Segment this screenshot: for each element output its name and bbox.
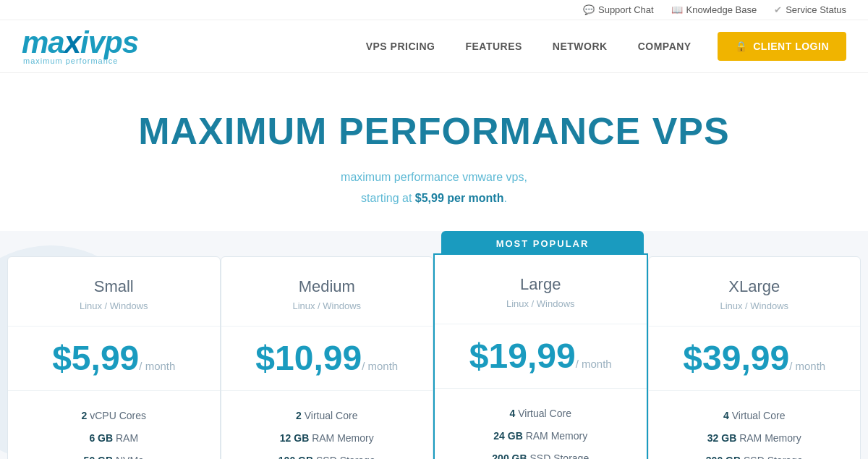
card-price: $39,99 xyxy=(683,339,789,377)
client-login-button[interactable]: 🔒 CLIENT LOGIN xyxy=(718,32,846,61)
most-popular-banner-wrapper: MOST POPULAR xyxy=(7,231,861,256)
hero-subtitle: maximum performance vmware vps, starting… xyxy=(14,167,854,209)
spec-row: 300 GB SSD Storage xyxy=(663,453,846,459)
support-chat-label: Support Chat xyxy=(598,4,654,15)
card-name: Small xyxy=(22,277,205,296)
card-header: Large Linux / Windows xyxy=(435,255,647,324)
pricing-card-large[interactable]: Large Linux / Windows $19,99/ month 4 Vi… xyxy=(433,253,648,459)
hero-subtitle-line1: maximum performance vmware vps, xyxy=(341,171,527,183)
card-header: Small Linux / Windows xyxy=(8,257,220,327)
client-login-label: CLIENT LOGIN xyxy=(753,41,829,52)
spec-bold: 50 GB xyxy=(84,455,113,459)
card-price: $5,99 xyxy=(52,339,139,377)
utility-bar: 💬 Support Chat 📖 Knowledge Base ✔ Servic… xyxy=(0,0,868,20)
spec-row: 200 GB SSD Storage xyxy=(449,451,632,459)
card-specs: 4 Virtual Core24 GB RAM Memory200 GB SSD… xyxy=(435,389,647,459)
pricing-card-xlarge[interactable]: XLarge Linux / Windows $39,99/ month 4 V… xyxy=(648,256,861,459)
card-price-section: $19,99/ month xyxy=(435,324,647,389)
spec-row: 6 GB RAM xyxy=(22,431,205,446)
spec-bold: 2 xyxy=(296,410,302,421)
check-icon: ✔ xyxy=(774,4,782,15)
spec-row: 24 GB RAM Memory xyxy=(449,429,632,444)
nav-features[interactable]: FEATURES xyxy=(454,35,533,58)
logo-text: maxivps xyxy=(22,28,138,58)
hero-subtitle-suffix: . xyxy=(503,192,506,204)
hero-subtitle-price: $5,99 per month xyxy=(415,192,504,204)
spec-text: SSD Storage xyxy=(527,452,590,459)
knowledge-base-label: Knowledge Base xyxy=(686,4,757,15)
spec-text: RAM Memory xyxy=(736,432,801,444)
spec-text: RAM Memory xyxy=(523,430,587,442)
pricing-card-small[interactable]: Small Linux / Windows $5,99/ month 2 vCP… xyxy=(7,256,221,459)
spec-text: NVMe xyxy=(113,455,144,459)
card-price-section: $5,99/ month xyxy=(8,327,220,391)
spec-text: Virtual Core xyxy=(515,408,571,419)
lock-icon: 🔒 xyxy=(735,41,748,52)
spec-bold: 200 GB xyxy=(492,452,527,459)
nav-links: VPS PRICING FEATURES NETWORK COMPANY 🔒 C… xyxy=(354,32,846,61)
card-os: Linux / Windows xyxy=(663,300,846,311)
hero-title: MAXIMUM PERFORMANCE VPS xyxy=(14,109,854,153)
card-specs: 2 vCPU Cores6 GB RAM50 GB NVMe xyxy=(8,391,220,459)
spec-text: SSD Storage xyxy=(313,455,375,459)
spec-bold: 300 GB xyxy=(706,455,741,459)
book-icon: 📖 xyxy=(671,4,683,15)
card-os: Linux / Windows xyxy=(22,300,205,311)
card-price-section: $39,99/ month xyxy=(649,327,861,391)
logo[interactable]: maxivps maximum performance xyxy=(22,28,138,65)
card-period: / month xyxy=(139,360,175,372)
spec-row: 50 GB NVMe xyxy=(22,453,205,459)
pricing-card-medium[interactable]: Medium Linux / Windows $10,99/ month 2 V… xyxy=(221,256,434,459)
spec-row: 12 GB RAM Memory xyxy=(236,431,419,446)
card-period: / month xyxy=(362,360,398,372)
card-header: Medium Linux / Windows xyxy=(221,257,433,327)
spec-text: vCPU Cores xyxy=(87,410,146,421)
card-os: Linux / Windows xyxy=(449,298,632,309)
chat-icon: 💬 xyxy=(583,4,595,15)
spec-row: 4 Virtual Core xyxy=(663,408,846,424)
spec-bold: 32 GB xyxy=(707,432,736,444)
spec-row: 32 GB RAM Memory xyxy=(663,431,846,446)
card-name: XLarge xyxy=(663,277,846,296)
card-header: XLarge Linux / Windows xyxy=(649,257,861,327)
knowledge-base-link[interactable]: 📖 Knowledge Base xyxy=(671,4,757,15)
pricing-section: MOST POPULAR Small Linux / Windows $5,99… xyxy=(0,231,868,459)
card-specs: 4 Virtual Core32 GB RAM Memory300 GB SSD… xyxy=(649,391,861,459)
card-price: $19,99 xyxy=(469,337,576,375)
spec-row: 2 vCPU Cores xyxy=(22,408,205,424)
most-popular-banner: MOST POPULAR xyxy=(441,231,644,256)
spec-text: Virtual Core xyxy=(302,410,358,421)
spec-bold: 4 xyxy=(723,410,729,421)
spec-text: RAM xyxy=(113,432,138,444)
pricing-cards: Small Linux / Windows $5,99/ month 2 vCP… xyxy=(7,256,861,459)
card-os: Linux / Windows xyxy=(236,300,419,311)
spec-bold: 100 GB xyxy=(278,455,313,459)
card-name: Medium xyxy=(236,277,419,296)
hero-subtitle-line2-prefix: starting at xyxy=(361,192,415,204)
card-price: $10,99 xyxy=(255,339,362,377)
hero-section: MAXIMUM PERFORMANCE VPS maximum performa… xyxy=(0,73,868,231)
most-popular-label: MOST POPULAR xyxy=(496,238,590,249)
main-nav: maxivps maximum performance VPS PRICING … xyxy=(0,20,868,73)
spec-text: SSD Storage xyxy=(741,455,803,459)
service-status-label: Service Status xyxy=(786,4,846,15)
spec-text: RAM Memory xyxy=(309,432,373,444)
card-name: Large xyxy=(449,275,632,294)
card-period: / month xyxy=(789,360,825,372)
spec-row: 2 Virtual Core xyxy=(236,408,419,424)
spec-bold: 6 GB xyxy=(89,432,113,444)
card-price-section: $10,99/ month xyxy=(221,327,433,391)
card-period: / month xyxy=(576,358,612,370)
spec-row: 100 GB SSD Storage xyxy=(236,453,419,459)
spec-bold: 24 GB xyxy=(493,430,522,442)
card-specs: 2 Virtual Core12 GB RAM Memory100 GB SSD… xyxy=(221,391,433,459)
spec-bold: 12 GB xyxy=(280,432,309,444)
service-status-link[interactable]: ✔ Service Status xyxy=(774,4,846,15)
support-chat-link[interactable]: 💬 Support Chat xyxy=(583,4,654,15)
spec-text: Virtual Core xyxy=(729,410,786,421)
nav-network[interactable]: NETWORK xyxy=(541,35,619,58)
nav-vps-pricing[interactable]: VPS PRICING xyxy=(354,35,447,58)
nav-company[interactable]: COMPANY xyxy=(626,35,703,58)
spec-row: 4 Virtual Core xyxy=(449,406,632,421)
